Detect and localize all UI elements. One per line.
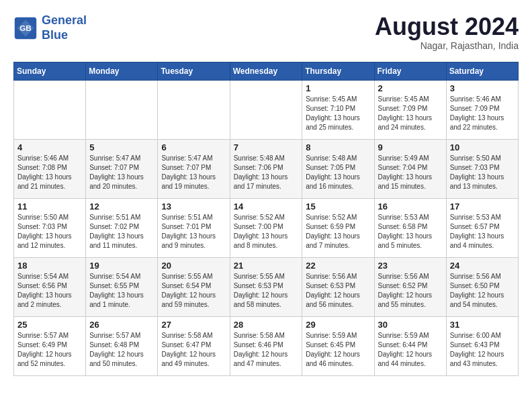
day-number: 23 [378,261,443,271]
day-info: Sunrise: 5:56 AM Sunset: 6:50 PM Dayligh… [450,272,515,310]
calendar-cell: 24Sunrise: 5:56 AM Sunset: 6:50 PM Dayli… [446,257,518,316]
calendar-cell: 13Sunrise: 5:51 AM Sunset: 7:01 PM Dayli… [158,198,230,257]
day-info: Sunrise: 5:57 AM Sunset: 6:48 PM Dayligh… [89,331,154,369]
calendar-cell: 2Sunrise: 5:45 AM Sunset: 7:09 PM Daylig… [374,80,446,139]
calendar-cell: 14Sunrise: 5:52 AM Sunset: 7:00 PM Dayli… [230,198,302,257]
title-block: August 2024 Nagar, Rajasthan, India [375,13,519,51]
calendar: SundayMondayTuesdayWednesdayThursdayFrid… [13,62,519,376]
day-number: 8 [306,142,370,152]
day-number: 9 [378,142,443,152]
calendar-cell [230,80,302,139]
calendar-cell [158,80,230,139]
calendar-cell: 16Sunrise: 5:53 AM Sunset: 6:58 PM Dayli… [374,198,446,257]
day-header-friday: Friday [374,62,446,80]
day-number: 14 [234,201,299,212]
calendar-cell: 4Sunrise: 5:46 AM Sunset: 7:08 PM Daylig… [14,139,86,198]
calendar-week-4: 18Sunrise: 5:54 AM Sunset: 6:56 PM Dayli… [14,257,519,316]
day-number: 13 [161,201,226,212]
day-info: Sunrise: 5:52 AM Sunset: 7:00 PM Dayligh… [234,213,299,250]
calendar-cell: 12Sunrise: 5:51 AM Sunset: 7:02 PM Dayli… [86,198,158,257]
calendar-cell: 10Sunrise: 5:50 AM Sunset: 7:03 PM Dayli… [446,139,518,198]
svg-text:GB: GB [19,23,32,32]
day-number: 15 [306,201,370,212]
day-number: 28 [234,320,299,330]
calendar-week-5: 25Sunrise: 5:57 AM Sunset: 6:49 PM Dayli… [14,316,519,375]
day-info: Sunrise: 5:56 AM Sunset: 6:52 PM Dayligh… [378,272,443,310]
day-number: 29 [306,320,370,330]
day-number: 18 [17,261,82,271]
calendar-cell: 29Sunrise: 5:59 AM Sunset: 6:45 PM Dayli… [302,316,374,375]
day-header-thursday: Thursday [302,62,374,80]
calendar-cell: 30Sunrise: 5:59 AM Sunset: 6:44 PM Dayli… [374,316,446,375]
day-info: Sunrise: 5:53 AM Sunset: 6:57 PM Dayligh… [450,213,515,250]
day-number: 17 [450,201,515,212]
month-title: August 2024 [375,13,519,40]
day-info: Sunrise: 5:52 AM Sunset: 6:59 PM Dayligh… [306,213,370,250]
day-number: 5 [89,142,154,152]
day-info: Sunrise: 5:54 AM Sunset: 6:55 PM Dayligh… [89,272,154,310]
day-number: 16 [378,201,443,212]
day-number: 12 [89,201,154,212]
day-info: Sunrise: 5:59 AM Sunset: 6:45 PM Dayligh… [306,331,370,369]
calendar-week-1: 1Sunrise: 5:45 AM Sunset: 7:10 PM Daylig… [14,80,519,139]
calendar-cell: 3Sunrise: 5:46 AM Sunset: 7:09 PM Daylig… [446,80,518,139]
calendar-cell [86,80,158,139]
calendar-cell: 17Sunrise: 5:53 AM Sunset: 6:57 PM Dayli… [446,198,518,257]
calendar-cell: 26Sunrise: 5:57 AM Sunset: 6:48 PM Dayli… [86,316,158,375]
calendar-header-row: SundayMondayTuesdayWednesdayThursdayFrid… [14,62,519,80]
logo-line2: Blue [42,28,68,42]
calendar-cell: 27Sunrise: 5:58 AM Sunset: 6:47 PM Dayli… [158,316,230,375]
logo-icon: GB [13,16,38,40]
day-info: Sunrise: 5:59 AM Sunset: 6:44 PM Dayligh… [378,331,443,369]
day-info: Sunrise: 5:46 AM Sunset: 7:09 PM Dayligh… [450,95,515,132]
calendar-cell: 5Sunrise: 5:47 AM Sunset: 7:07 PM Daylig… [86,139,158,198]
day-number: 7 [234,142,299,152]
day-info: Sunrise: 5:53 AM Sunset: 6:58 PM Dayligh… [378,213,443,250]
day-number: 4 [17,142,82,152]
day-header-saturday: Saturday [446,62,518,80]
day-info: Sunrise: 5:47 AM Sunset: 7:07 PM Dayligh… [161,154,226,191]
calendar-cell: 11Sunrise: 5:50 AM Sunset: 7:03 PM Dayli… [14,198,86,257]
day-number: 30 [378,320,443,330]
day-info: Sunrise: 5:50 AM Sunset: 7:03 PM Dayligh… [17,213,82,250]
day-info: Sunrise: 5:49 AM Sunset: 7:04 PM Dayligh… [378,154,443,191]
day-header-tuesday: Tuesday [158,62,230,80]
calendar-cell: 21Sunrise: 5:55 AM Sunset: 6:53 PM Dayli… [230,257,302,316]
day-info: Sunrise: 5:55 AM Sunset: 6:54 PM Dayligh… [161,272,226,310]
day-number: 20 [161,261,226,271]
day-info: Sunrise: 5:54 AM Sunset: 6:56 PM Dayligh… [17,272,82,310]
day-number: 3 [450,83,515,93]
calendar-cell: 6Sunrise: 5:47 AM Sunset: 7:07 PM Daylig… [158,139,230,198]
day-number: 26 [89,320,154,330]
day-header-wednesday: Wednesday [230,62,302,80]
day-info: Sunrise: 5:48 AM Sunset: 7:05 PM Dayligh… [306,154,370,191]
day-number: 1 [306,83,370,93]
calendar-cell [14,80,86,139]
calendar-cell: 22Sunrise: 5:56 AM Sunset: 6:53 PM Dayli… [302,257,374,316]
day-header-monday: Monday [86,62,158,80]
day-info: Sunrise: 5:45 AM Sunset: 7:09 PM Dayligh… [378,95,443,132]
calendar-cell: 7Sunrise: 5:48 AM Sunset: 7:06 PM Daylig… [230,139,302,198]
day-number: 27 [161,320,226,330]
day-info: Sunrise: 5:48 AM Sunset: 7:06 PM Dayligh… [234,154,299,191]
day-info: Sunrise: 5:51 AM Sunset: 7:01 PM Dayligh… [161,213,226,250]
calendar-cell: 9Sunrise: 5:49 AM Sunset: 7:04 PM Daylig… [374,139,446,198]
day-info: Sunrise: 6:00 AM Sunset: 6:43 PM Dayligh… [450,331,515,369]
logo-line1: General [42,13,87,27]
day-info: Sunrise: 5:47 AM Sunset: 7:07 PM Dayligh… [89,154,154,191]
day-header-sunday: Sunday [14,62,86,80]
location: Nagar, Rajasthan, India [375,40,519,51]
day-info: Sunrise: 5:46 AM Sunset: 7:08 PM Dayligh… [17,154,82,191]
calendar-week-3: 11Sunrise: 5:50 AM Sunset: 7:03 PM Dayli… [14,198,519,257]
calendar-cell: 15Sunrise: 5:52 AM Sunset: 6:59 PM Dayli… [302,198,374,257]
calendar-cell: 1Sunrise: 5:45 AM Sunset: 7:10 PM Daylig… [302,80,374,139]
calendar-cell: 20Sunrise: 5:55 AM Sunset: 6:54 PM Dayli… [158,257,230,316]
day-number: 31 [450,320,515,330]
calendar-cell: 8Sunrise: 5:48 AM Sunset: 7:05 PM Daylig… [302,139,374,198]
day-number: 24 [450,261,515,271]
day-info: Sunrise: 5:58 AM Sunset: 6:47 PM Dayligh… [161,331,226,369]
day-info: Sunrise: 5:50 AM Sunset: 7:03 PM Dayligh… [450,154,515,191]
calendar-cell: 31Sunrise: 6:00 AM Sunset: 6:43 PM Dayli… [446,316,518,375]
day-number: 10 [450,142,515,152]
day-info: Sunrise: 5:58 AM Sunset: 6:46 PM Dayligh… [234,331,299,369]
